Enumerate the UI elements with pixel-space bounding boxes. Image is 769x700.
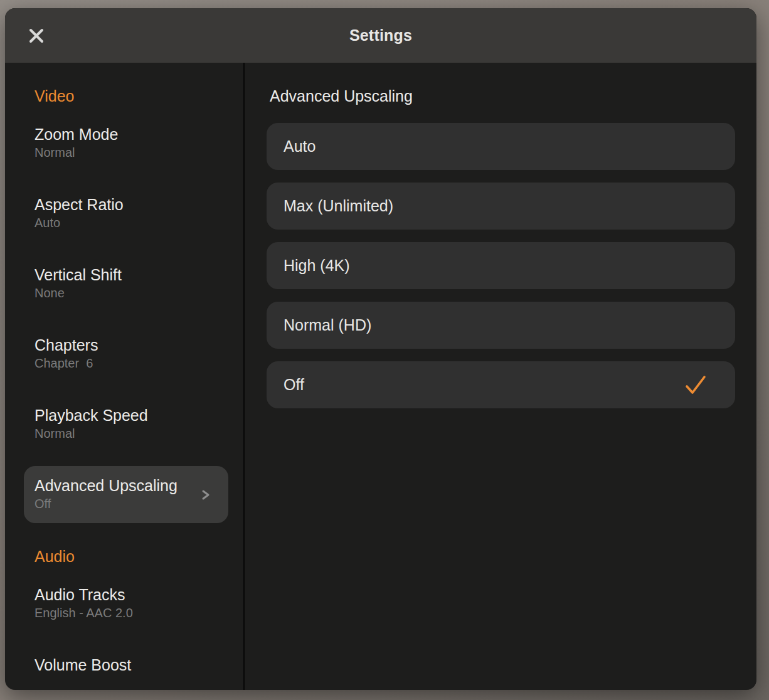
sidebar-item-value: English - AAC 2.0 xyxy=(34,604,218,622)
close-button[interactable] xyxy=(25,24,48,47)
detail-panel: Advanced Upscaling Auto Max (Unlimited) … xyxy=(245,63,756,690)
sidebar-item-label: Advanced Upscaling xyxy=(34,476,218,495)
close-icon xyxy=(27,26,46,45)
sidebar-item-label: Volume Boost xyxy=(34,655,218,674)
sidebar-item-value: Normal xyxy=(34,144,218,162)
option-label: Max (Unlimited) xyxy=(284,197,393,215)
sidebar-item-value: Off xyxy=(34,495,218,513)
sidebar-item-zoom-mode[interactable]: Zoom Mode Normal xyxy=(24,115,228,172)
settings-sidebar: Video Zoom Mode Normal Aspect Ratio Auto… xyxy=(5,63,245,690)
option-label: Normal (HD) xyxy=(284,316,371,334)
option-high-4k[interactable]: High (4K) xyxy=(267,242,735,289)
option-normal-hd[interactable]: Normal (HD) xyxy=(267,302,735,349)
section-header-audio: Audio xyxy=(34,547,228,566)
detail-heading: Advanced Upscaling xyxy=(270,87,756,105)
titlebar: Settings xyxy=(5,8,756,63)
option-label: High (4K) xyxy=(284,257,350,275)
sidebar-item-advanced-upscaling[interactable]: Advanced Upscaling Off xyxy=(24,466,228,523)
chevron-right-icon xyxy=(201,486,211,504)
sidebar-item-value: Normal xyxy=(34,425,218,443)
option-label: Auto xyxy=(284,137,316,156)
section-header-video: Video xyxy=(34,87,228,105)
sidebar-item-chapters[interactable]: Chapters Chapter 6 xyxy=(24,326,228,383)
sidebar-item-label: Aspect Ratio xyxy=(34,195,218,214)
sidebar-item-label: Zoom Mode xyxy=(34,125,218,144)
sidebar-item-aspect-ratio[interactable]: Aspect Ratio Auto xyxy=(24,185,228,242)
sidebar-item-value: None xyxy=(34,284,218,302)
dialog-content: Video Zoom Mode Normal Aspect Ratio Auto… xyxy=(5,63,756,690)
sidebar-item-value: Chapter 6 xyxy=(34,354,218,373)
page-title: Settings xyxy=(349,26,412,45)
option-label: Off xyxy=(284,376,304,394)
sidebar-item-value: Auto xyxy=(34,214,218,232)
upscaling-options-list: Auto Max (Unlimited) High (4K) Normal (H… xyxy=(267,123,756,408)
sidebar-item-label: Chapters xyxy=(34,336,218,354)
sidebar-item-vertical-shift[interactable]: Vertical Shift None xyxy=(24,255,228,312)
sidebar-item-playback-speed[interactable]: Playback Speed Normal xyxy=(24,396,228,453)
sidebar-item-label: Audio Tracks xyxy=(34,585,218,604)
sidebar-item-label: Vertical Shift xyxy=(34,265,218,284)
checkmark-icon xyxy=(684,374,707,396)
sidebar-item-volume-boost[interactable]: Volume Boost xyxy=(24,645,228,684)
option-auto[interactable]: Auto xyxy=(267,123,735,170)
option-max-unlimited[interactable]: Max (Unlimited) xyxy=(267,183,735,230)
option-off[interactable]: Off xyxy=(267,361,735,408)
settings-dialog: Settings Video Zoom Mode Normal Aspect R… xyxy=(5,8,756,690)
sidebar-item-audio-tracks[interactable]: Audio Tracks English - AAC 2.0 xyxy=(24,575,228,632)
sidebar-item-label: Playback Speed xyxy=(34,406,218,425)
